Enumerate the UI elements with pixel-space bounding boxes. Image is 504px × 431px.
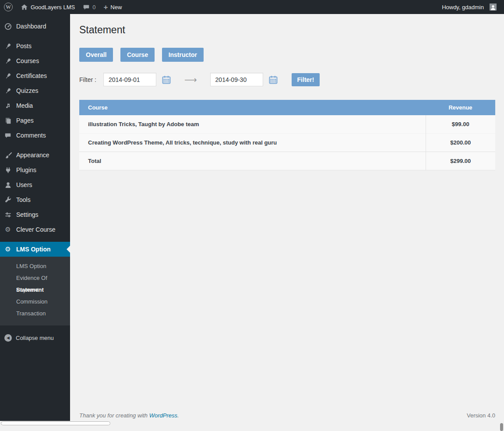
site-link[interactable]: GoodLayers LMS	[17, 0, 79, 14]
sidebar-item-comments[interactable]: Comments	[0, 128, 70, 143]
wordpress-link[interactable]: WordPress	[149, 412, 177, 419]
wrench-icon	[4, 196, 12, 204]
sidebar-item-label: Settings	[16, 211, 39, 218]
sidebar-item-label: Posts	[16, 42, 32, 49]
gear-icon: ⚙	[4, 226, 12, 233]
wordpress-logo[interactable]: W	[0, 0, 17, 14]
table-total-row: Total $299.00	[79, 152, 495, 170]
sidebar-item-clever-course[interactable]: ⚙ Clever Course	[0, 222, 70, 237]
sidebar-item-appearance[interactable]: Appearance	[0, 148, 70, 163]
revenue-cell: $99.00	[426, 115, 495, 134]
sidebar-item-posts[interactable]: Posts	[0, 39, 70, 53]
site-name: GoodLayers LMS	[31, 4, 75, 11]
comments-admin-bar[interactable]: 0	[79, 0, 99, 14]
plug-icon	[4, 166, 12, 174]
filter-bar: Filter : ⟶ Filter!	[79, 73, 495, 86]
course-cell: illustration Tricks, Taught by Adobe tea…	[79, 115, 426, 134]
comment-bubble-icon	[83, 4, 90, 11]
total-label-cell: Total	[79, 152, 426, 170]
home-icon	[21, 4, 28, 11]
column-header-course: Course	[79, 100, 426, 115]
howdy-text: Howdy, gdadmin	[442, 4, 484, 11]
submenu-item-commission[interactable]: Commission	[0, 296, 70, 307]
sidebar-item-label: Quizzes	[16, 87, 39, 94]
total-revenue-cell: $299.00	[426, 152, 495, 170]
new-label: New	[110, 4, 122, 11]
submenu-item-lms-option[interactable]: LMS Option	[0, 260, 70, 272]
page-title: Statement	[79, 24, 495, 36]
course-cell: Creating WordPress Theme, All tricks, te…	[79, 134, 426, 152]
pin-icon	[4, 72, 12, 80]
comment-count: 0	[92, 4, 95, 11]
comment-bubble-icon	[4, 132, 12, 139]
sidebar-item-users[interactable]: Users	[0, 177, 70, 192]
sidebar-item-label: Dashboard	[16, 23, 46, 30]
footer-thanks-text: Thank you for creating with WordPress.	[79, 412, 179, 419]
pin-icon	[4, 87, 12, 95]
admin-sidebar: Dashboard Posts Courses Certificates Qui…	[0, 14, 70, 421]
date-to-input[interactable]	[210, 73, 263, 86]
account-menu[interactable]: Howdy, gdadmin	[438, 0, 500, 14]
collapse-arrow-icon: ◄	[4, 334, 12, 342]
new-button[interactable]: + New	[99, 0, 126, 14]
wordpress-logo-icon: W	[4, 3, 13, 11]
calendar-icon[interactable]	[162, 75, 171, 84]
dashboard-icon	[4, 23, 12, 30]
collapse-menu-button[interactable]: ◄ Collapse menu	[0, 331, 70, 344]
sidebar-item-certificates[interactable]: Certificates	[0, 68, 70, 83]
lms-option-submenu: LMS Option Evidence Of Payment Statement…	[0, 257, 70, 325]
sidebar-item-settings[interactable]: Settings	[0, 207, 70, 222]
sidebar-item-media[interactable]: Media	[0, 98, 70, 113]
gear-icon: ⚙	[4, 245, 12, 253]
arrow-right-icon: ⟶	[184, 74, 197, 85]
sidebar-item-label: Tools	[16, 196, 31, 203]
sidebar-item-label: Plugins	[16, 166, 36, 173]
sidebar-item-label: Clever Course	[16, 226, 55, 233]
column-header-revenue: Revenue	[426, 100, 495, 115]
tab-overall[interactable]: Overall	[79, 48, 113, 62]
sidebar-item-label: Appearance	[16, 152, 49, 159]
sidebar-item-quizzes[interactable]: Quizzes	[0, 83, 70, 98]
sidebar-item-label: Comments	[16, 132, 46, 139]
table-row: Creating WordPress Theme, All tricks, te…	[79, 134, 495, 152]
thanks-prefix: Thank you for creating with	[79, 412, 149, 419]
table-row: illustration Tricks, Taught by Adobe tea…	[79, 115, 495, 134]
admin-bar: W GoodLayers LMS 0 + New Howdy, gdadmin	[0, 0, 504, 14]
avatar	[490, 4, 497, 11]
statement-tabs: Overall Course Instructor	[79, 48, 495, 62]
media-icon	[4, 102, 12, 110]
tab-instructor[interactable]: Instructor	[162, 48, 204, 62]
sliders-icon	[4, 211, 12, 219]
person-icon	[4, 181, 12, 189]
pin-icon	[4, 42, 12, 50]
brush-icon	[4, 152, 12, 159]
version-text: Version 4.0	[467, 412, 495, 419]
sidebar-item-label: Courses	[16, 57, 39, 64]
sidebar-item-tools[interactable]: Tools	[0, 192, 70, 207]
submenu-item-statement[interactable]: Statement	[0, 284, 70, 296]
submenu-item-evidence-of-payment[interactable]: Evidence Of Payment	[0, 272, 70, 284]
sidebar-item-label: Users	[16, 181, 32, 188]
pages-icon	[4, 117, 12, 124]
filter-button[interactable]: Filter!	[292, 73, 320, 86]
horizontal-scrollbar-thumb[interactable]	[1, 421, 110, 425]
tab-course[interactable]: Course	[120, 48, 155, 62]
revenue-cell: $200.00	[426, 134, 495, 152]
thanks-suffix: .	[177, 412, 179, 419]
collapse-menu-label: Collapse menu	[16, 335, 54, 341]
admin-footer: Thank you for creating with WordPress. V…	[79, 412, 495, 419]
pin-icon	[4, 57, 12, 65]
main-content: Statement Overall Course Instructor Filt…	[70, 14, 504, 431]
submenu-item-transaction[interactable]: Transaction	[0, 307, 70, 319]
sidebar-item-lms-option[interactable]: ⚙ LMS Option	[0, 242, 70, 257]
sidebar-item-plugins[interactable]: Plugins	[0, 163, 70, 177]
sidebar-item-label: Certificates	[16, 72, 47, 79]
date-from-input[interactable]	[103, 73, 156, 86]
vertical-scrollbar-thumb[interactable]	[500, 423, 503, 431]
table-header-row: Course Revenue	[79, 100, 495, 115]
revenue-table: Course Revenue illustration Tricks, Taug…	[79, 100, 495, 170]
sidebar-item-pages[interactable]: Pages	[0, 113, 70, 128]
sidebar-item-courses[interactable]: Courses	[0, 53, 70, 68]
calendar-icon[interactable]	[269, 75, 278, 84]
sidebar-item-dashboard[interactable]: Dashboard	[0, 19, 70, 34]
